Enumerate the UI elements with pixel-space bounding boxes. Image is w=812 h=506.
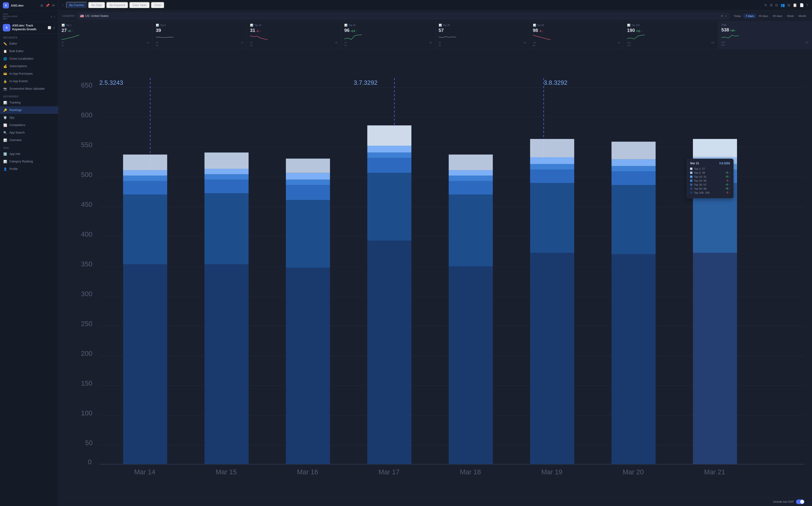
country-clear-icon[interactable]: ✕ [721, 14, 724, 18]
sidebar-item-app-search[interactable]: 🔍 App Search [0, 129, 58, 136]
stat-main-top10: 31 -2 ↓ [250, 28, 337, 33]
time-btn-30days[interactable]: 30 days [756, 14, 770, 18]
stat-card-top1[interactable]: 📊 Top 1 27 +5 ↑ 27 24 22 [58, 21, 152, 49]
stat-label-top30: Top 30 [443, 24, 450, 26]
sidebar-item-competitors[interactable]: 📈 Competitors [0, 121, 58, 129]
tab-chart[interactable]: Chart [151, 2, 165, 8]
tab-by-date[interactable]: By Date [88, 2, 105, 8]
document-icon[interactable]: 📄 [800, 3, 804, 7]
time-btn-7days[interactable]: 7 days [743, 14, 756, 18]
stat-card-top30[interactable]: 📊 Top 30 57 68 60 56 [435, 21, 530, 49]
stat-delta-top10: -2 ↓ [256, 29, 261, 32]
grid-icon2[interactable]: ⊞ [787, 3, 790, 7]
stat-range-top20: 79 [344, 45, 431, 47]
app-name-block: ASO.dev: Track Keywords Growth [12, 24, 46, 31]
stat-range-top1: 22 [62, 45, 149, 47]
stat-range-top100: 179 [627, 45, 715, 47]
svg-rect-74 [612, 159, 656, 166]
stat-chart-icon-top50: 📊 [533, 24, 536, 27]
settings-icon[interactable]: ⚙ [770, 3, 773, 7]
include-low-sap-toggle[interactable] [796, 499, 805, 504]
aso-items: ℹ️ App Info 📊 Category Ranking 👤 Profile [0, 150, 58, 173]
stat-card-top20[interactable]: 📊 Top 20 96 +13 ↑ 97 88 79 [341, 21, 435, 49]
sidebar-item-bulk-editor[interactable]: 📋 Bulk Editor [0, 48, 58, 55]
sidebar-item-tracking[interactable]: 📊 Tracking [0, 99, 58, 106]
bar-chart-svg: 650 600 550 500 450 400 350 300 250 200 … [62, 52, 808, 497]
pin-icon[interactable]: 📌 [45, 3, 50, 8]
tab-by-keyword[interactable]: By Keyword [106, 2, 129, 8]
grid-icon[interactable]: ⊞ [40, 3, 44, 8]
bar-mar18[interactable] [449, 154, 493, 464]
expand-icon2[interactable]: › [54, 15, 55, 18]
stat-card-top10[interactable]: 📊 Top 10 31 -2 ↓ 33 28 23 [247, 21, 341, 49]
svg-text:Mar 19: Mar 19 [541, 468, 562, 476]
svg-text:500: 500 [81, 171, 92, 178]
bar-mar20[interactable] [612, 142, 656, 464]
app-chevron-icon[interactable]: ∨ [53, 26, 55, 29]
bar-mar21[interactable] [693, 139, 737, 464]
sidebar-item-category-ranking[interactable]: 📊 Category Ranking [0, 158, 58, 165]
sidebar-item-cross-localization[interactable]: 🌐 Cross Localization [0, 55, 58, 63]
time-btn-month[interactable]: Month [797, 14, 808, 18]
stat-card-top50[interactable]: 📊 Top 50 98 -3 ↓ 101 94 88 [530, 21, 624, 49]
stat-card-top100[interactable]: 📊 Top 100 190 +11 ↑ 263 198 179 [624, 21, 718, 49]
sidebar-item-app-info[interactable]: ℹ️ App Info [0, 150, 58, 158]
filter-icon[interactable]: ⊟ [775, 3, 778, 7]
svg-text:0: 0 [88, 458, 92, 466]
svg-rect-70 [612, 254, 656, 464]
expand-icon[interactable]: » [51, 15, 52, 18]
keywords-items: 📊 Tracking 🔑 Rankings 🛡️ Spy 📈 Competito… [0, 99, 58, 144]
stat-title-top5: 📊 Top 5 [156, 24, 243, 27]
stat-card-top5[interactable]: 📊 Top 5 39 40 37 34 [152, 21, 247, 49]
mail-icon[interactable]: ✉ [52, 3, 55, 8]
cross-loc-label: Cross Localization [9, 57, 33, 60]
app-name: ASO.dev: Track Keywords Growth [12, 24, 46, 31]
bar-mar15[interactable] [204, 153, 249, 464]
tab-by-country[interactable]: By Country [66, 2, 87, 8]
svg-text:Mar 15: Mar 15 [216, 468, 237, 476]
bar-mar19[interactable] [530, 139, 574, 464]
stat-mini-labels-top100: 263 198 [627, 41, 715, 44]
stat-range-top5: 34 [156, 45, 243, 47]
rankings-icon: 🔑 [3, 108, 7, 112]
copy-icon[interactable]: 📋 [793, 3, 797, 7]
tab-data-table[interactable]: Data Table [129, 2, 150, 8]
svg-text:50: 50 [85, 439, 92, 447]
sidebar-item-in-app-purchases[interactable]: 💳 In-App Purchases [0, 70, 58, 77]
bar-mar17[interactable] [367, 125, 411, 464]
time-btn-today[interactable]: Today [732, 14, 743, 18]
sidebar-item-screenshot-mass-uploader[interactable]: 📷 Screenshot Mass Uploader [0, 85, 58, 92]
spy-label: Spy [9, 116, 14, 119]
us-flag-icon: 🇺🇸 [80, 14, 84, 18]
bar-mar14[interactable] [123, 154, 167, 464]
svg-rect-57 [367, 125, 411, 146]
time-btn-week[interactable]: Week [785, 14, 796, 18]
country-selector[interactable]: 🇺🇸 US: United States ✕ ∨ [77, 13, 729, 19]
selected-app-section[interactable]: A ASO.dev: Track Keywords Growth ⬜ ∨ [0, 22, 58, 33]
sidebar-item-overview[interactable]: 📊 Overview [0, 136, 58, 144]
sidebar-item-spy[interactable]: 🛡️ Spy [0, 114, 58, 121]
bar-mar16[interactable] [286, 159, 330, 464]
sidebar-item-subscriptions[interactable]: 💰 Subscriptions [0, 63, 58, 70]
spy-icon: 🛡️ [3, 116, 7, 119]
chart-area: 650 600 550 500 450 400 350 300 250 200 … [58, 49, 812, 506]
refresh-icon[interactable]: ↻ [764, 3, 767, 7]
include-low-sap-label: Include low SAP [773, 500, 794, 503]
stat-card-total[interactable]: Total 538 +24 ↑ 598 531 503 [718, 21, 812, 49]
sidebar-item-rankings[interactable]: 🔑 Rankings [0, 106, 58, 114]
stat-title-total: Total [721, 24, 809, 26]
sidebar-item-editor[interactable]: ✏️ Editor [0, 40, 58, 48]
svg-text:250: 250 [81, 320, 92, 327]
cross-loc-icon: 🌐 [3, 57, 7, 61]
svg-text:650: 650 [81, 81, 92, 89]
stat-range-top10: 23 [250, 45, 337, 47]
users-icon[interactable]: 👥 [781, 3, 785, 7]
back-button[interactable]: ‹ [62, 3, 63, 7]
sidebar-item-profile[interactable]: 👤 Profile [0, 165, 58, 173]
stat-main-top100: 190 +11 ↑ [627, 28, 715, 33]
help-icon[interactable]: ? [806, 3, 808, 7]
time-btn-60days[interactable]: 60 days [771, 14, 785, 18]
sidebar-item-in-app-events[interactable]: 🔒 In-App Events [0, 77, 58, 85]
app-icon: A [3, 24, 10, 31]
app-expand-icon[interactable]: ⬜ [48, 26, 51, 29]
